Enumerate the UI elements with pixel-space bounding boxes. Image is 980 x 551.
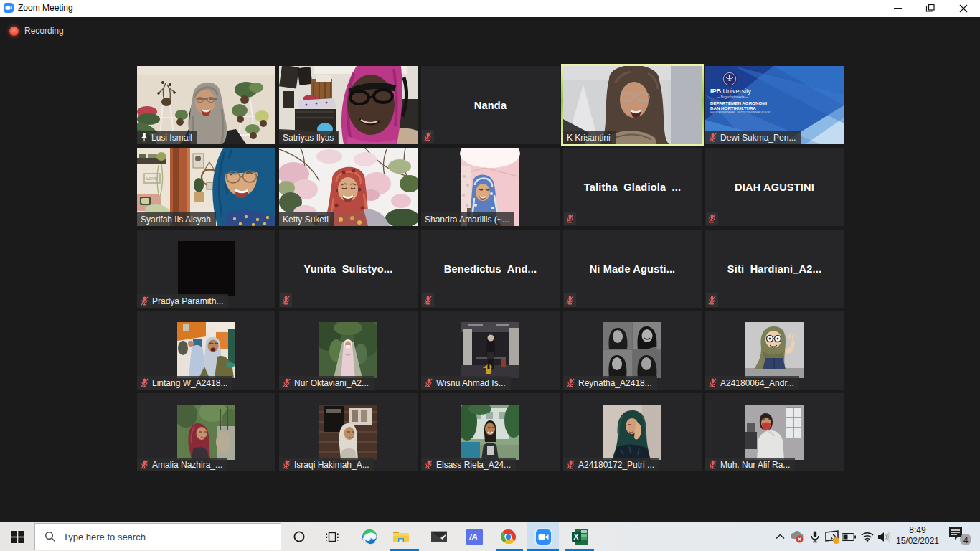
svg-text:4: 4	[963, 535, 969, 545]
svg-text:DAN HORTIKULTURA: DAN HORTIKULTURA	[710, 105, 756, 110]
svg-text:— Bogor Indonesia —: — Bogor Indonesia —	[717, 95, 749, 99]
svg-text:IPB University: IPB University	[710, 88, 752, 95]
svg-text:X: X	[573, 532, 579, 541]
svg-text:LOVE: LOVE	[146, 176, 158, 181]
svg-text:/A: /A	[468, 532, 478, 542]
svg-text:DEPARTEMEN AGRONOMI: DEPARTEMEN AGRONOMI	[710, 100, 767, 105]
svg-text:FAKULTAS PERTANIAN - INSTITUT: FAKULTAS PERTANIAN - INSTITUT PERTANIAN …	[710, 111, 771, 114]
